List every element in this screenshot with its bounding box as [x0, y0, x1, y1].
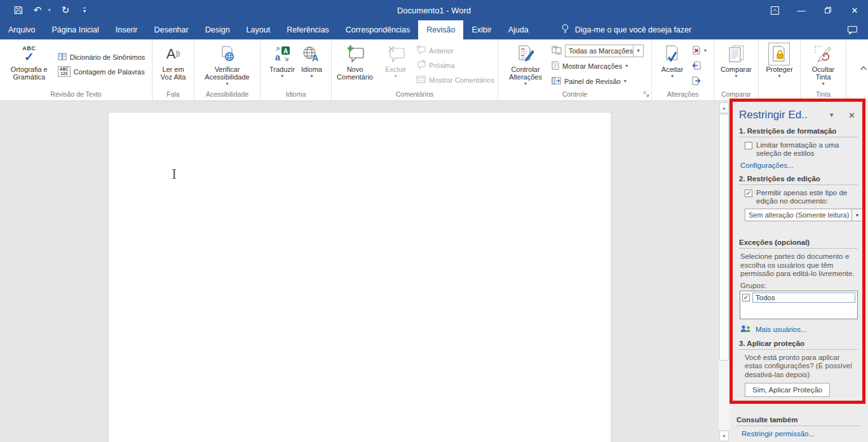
- chevron-down-icon[interactable]: ▼: [851, 209, 862, 221]
- tab-revisao[interactable]: Revisão: [418, 20, 463, 39]
- vertical-scrollbar[interactable]: ▲ ▼: [718, 102, 729, 442]
- collapse-ribbon-button[interactable]: [846, 39, 867, 100]
- ribbon: ABC✓ Ortografia e Gramática Dicionário d…: [0, 39, 868, 101]
- display-review-icon: [552, 46, 562, 56]
- save-icon[interactable]: [10, 3, 27, 18]
- new-comment-icon: [346, 43, 365, 66]
- people-icon: [740, 325, 751, 334]
- tab-arquivo[interactable]: Arquivo: [0, 20, 43, 39]
- reject-button[interactable]: ▾: [689, 43, 710, 58]
- exceptions-description: Selecione partes do documento e escolha …: [739, 252, 858, 279]
- undo-dropdown-icon[interactable]: ▾: [48, 8, 55, 13]
- tab-design[interactable]: Design: [197, 20, 238, 39]
- group-compare: Comparar ▾ Comparar: [714, 39, 759, 100]
- pane-header: Restringir Ed.. ▼ ✕: [739, 109, 858, 121]
- limit-formatting-row[interactable]: Limitar formatação a uma seleção de esti…: [739, 141, 858, 158]
- track-changes-button[interactable]: Controlar Alterações ▾: [503, 41, 548, 89]
- delete-comment-icon: [386, 43, 405, 66]
- language-button[interactable]: A Idioma ▾: [298, 41, 325, 89]
- scrollbar-thumb[interactable]: [719, 114, 729, 361]
- chevron-down-icon: ▾: [524, 81, 527, 86]
- close-button[interactable]: ✕: [841, 0, 868, 20]
- ribbon-display-options-icon[interactable]: [761, 0, 788, 20]
- new-comment-button[interactable]: Novo Comentário: [332, 41, 378, 89]
- protect-icon: [768, 43, 790, 66]
- markup-dropdown[interactable]: Todas as Marcações ▼: [565, 45, 644, 57]
- chevron-down-icon: ▾: [624, 78, 627, 84]
- tell-me-box[interactable]: Diga-me o que você deseja fazer: [553, 20, 699, 39]
- editing-type-dropdown[interactable]: Sem alteração (Somente leitura) ▼: [745, 209, 863, 221]
- redo-icon[interactable]: ↻: [57, 3, 74, 18]
- group-label-proofing: Revisão de Texto: [0, 89, 152, 100]
- group-item-row[interactable]: ✓ Todos: [742, 293, 855, 303]
- pane-close-icon[interactable]: ✕: [848, 111, 855, 120]
- editing-type-value: Sem alteração (Somente leitura): [745, 211, 851, 219]
- previous-comment-button[interactable]: Anterior: [413, 43, 498, 58]
- group-label-comments: Comentários: [332, 89, 498, 100]
- tab-desenhar[interactable]: Desenhar: [146, 20, 196, 39]
- book-icon: [58, 53, 67, 62]
- group-language: Aa Traduzir ▾ A Idioma ▾ Idioma: [261, 39, 332, 100]
- document-page[interactable]: [108, 112, 611, 442]
- thesaurus-button[interactable]: Dicionário de Sinônimos: [55, 50, 149, 64]
- tab-exibir[interactable]: Exibir: [463, 20, 499, 39]
- translate-icon: Aa: [274, 43, 290, 66]
- restore-button[interactable]: [815, 0, 841, 20]
- allow-editing-type-row[interactable]: ✓ Permitir apenas este tipo de edição no…: [739, 189, 858, 205]
- spelling-grammar-button[interactable]: ABC✓ Ortografia e Gramática: [4, 41, 55, 89]
- previous-change-button[interactable]: [689, 59, 710, 73]
- chevron-down-icon[interactable]: ▼: [633, 45, 643, 57]
- undo-icon[interactable]: ↶: [29, 3, 46, 18]
- tab-correspondencias[interactable]: Correspondências: [337, 20, 418, 39]
- show-comments-button[interactable]: Mostrar Comentários: [413, 73, 498, 87]
- word-count-button[interactable]: ABC123 Contagem de Palavras: [55, 64, 149, 79]
- quick-access-toolbar: ↶ ▾ ↻ ▾: [0, 3, 93, 18]
- show-markup-button[interactable]: Mostrar Marcações ▾: [548, 59, 647, 73]
- delete-comment-button[interactable]: Excluir ▾: [378, 41, 413, 89]
- accept-button[interactable]: Aceitar ▾: [656, 41, 689, 89]
- title-bar: ↶ ▾ ↻ ▾ Documento1 - Word — ✕: [0, 0, 868, 20]
- hide-ink-button[interactable]: Ocultar Tinta ▾: [801, 41, 846, 89]
- group-proofing: ABC✓ Ortografia e Gramática Dicionário d…: [0, 39, 153, 100]
- word-count-icon: ABC123: [58, 66, 71, 77]
- restrict-permission-link[interactable]: Restringir permissão...: [736, 430, 860, 438]
- group-protect: Proteger ▾: [759, 39, 801, 100]
- tab-pagina-inicial[interactable]: Página Inicial: [43, 20, 107, 39]
- limit-formatting-label: Limitar formatação a uma seleção de esti…: [756, 141, 858, 158]
- check-accessibility-button[interactable]: Verificar Acessibilidade ▾: [197, 41, 258, 89]
- groups-listbox[interactable]: ✓ Todos: [740, 291, 858, 319]
- settings-link[interactable]: Configurações...: [739, 162, 858, 169]
- comments-icon[interactable]: [847, 20, 868, 39]
- tab-ajuda[interactable]: Ajuda: [500, 20, 537, 39]
- pane-options-chevron-icon[interactable]: ▼: [829, 112, 834, 118]
- next-change-button[interactable]: [689, 74, 710, 88]
- reviewing-pane-button[interactable]: Painel de Revisão ▾: [548, 74, 647, 88]
- group-item-checkbox[interactable]: ✓: [742, 294, 750, 301]
- next-comment-button[interactable]: Próxima: [413, 58, 498, 73]
- read-aloud-button[interactable]: A)) Ler em Voz Alta: [153, 41, 194, 89]
- translate-button[interactable]: Aa Traduzir ▾: [266, 41, 298, 89]
- dialog-launcher-icon[interactable]: [643, 91, 649, 99]
- apply-protection-button[interactable]: Sim, Aplicar Proteção: [745, 383, 830, 397]
- limit-formatting-checkbox[interactable]: [745, 142, 752, 149]
- minimize-button[interactable]: —: [788, 0, 815, 20]
- more-users-link[interactable]: Mais usuários...: [740, 325, 858, 334]
- compare-button[interactable]: Comparar ▾: [717, 41, 755, 89]
- workspace: I ▲ ▼ Restringir Ed.. ▼ ✕ 1. Restrições …: [0, 102, 868, 442]
- document-area[interactable]: I: [0, 102, 718, 442]
- scroll-down-button[interactable]: ▼: [719, 431, 729, 441]
- protect-button[interactable]: Proteger ▾: [763, 41, 796, 89]
- display-for-review-row: Todas as Marcações ▼: [548, 43, 647, 58]
- tab-layout[interactable]: Layout: [238, 20, 279, 39]
- window-controls: — ✕: [761, 0, 868, 20]
- scroll-up-button[interactable]: ▲: [719, 102, 729, 113]
- chevron-down-icon: ▾: [395, 73, 397, 79]
- tab-inserir[interactable]: Inserir: [107, 20, 146, 39]
- window-title: Documento1 - Word: [0, 6, 868, 15]
- accessibility-icon: [219, 43, 236, 66]
- customize-qat-icon[interactable]: ▾: [76, 3, 93, 18]
- svg-text:a: a: [275, 52, 281, 62]
- allow-editing-type-checkbox[interactable]: ✓: [745, 190, 752, 197]
- tab-referencias[interactable]: Referências: [278, 20, 337, 39]
- restrict-editing-pane: Restringir Ed.. ▼ ✕ 1. Restrições de for…: [729, 102, 868, 442]
